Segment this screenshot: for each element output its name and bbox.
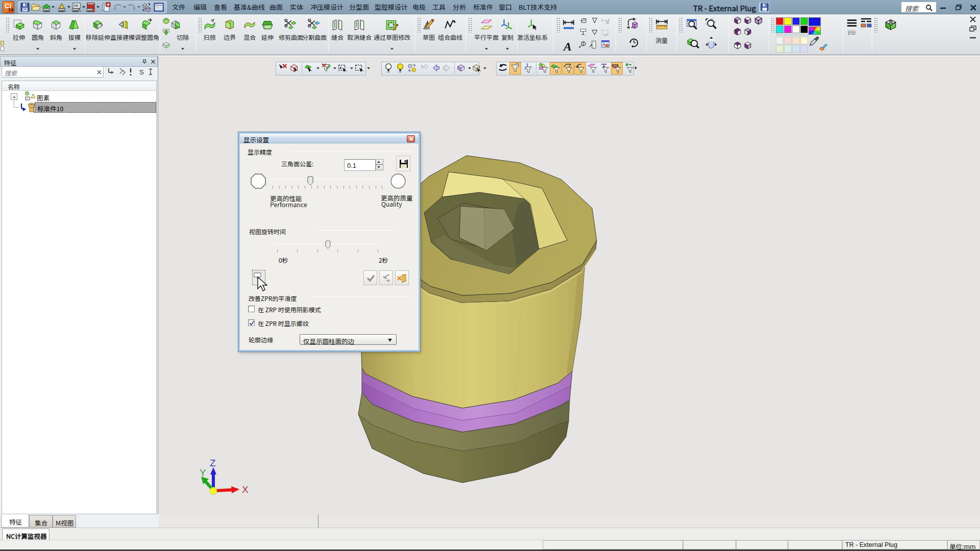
svg-text:Y: Y [200,467,206,478]
svg-text:MM: MM [44,9,49,12]
svg-text:DD: DD [74,4,79,7]
svg-text:Z: Z [210,458,216,468]
svg-text:z: z [593,45,594,48]
svg-text:MM: MM [87,9,92,12]
svg-text:S: S [139,68,144,76]
svg-text:A: A [602,42,605,47]
svg-text:X: X [242,484,249,495]
svg-text:MM: MM [73,9,78,12]
svg-text:MM: MM [59,9,64,12]
